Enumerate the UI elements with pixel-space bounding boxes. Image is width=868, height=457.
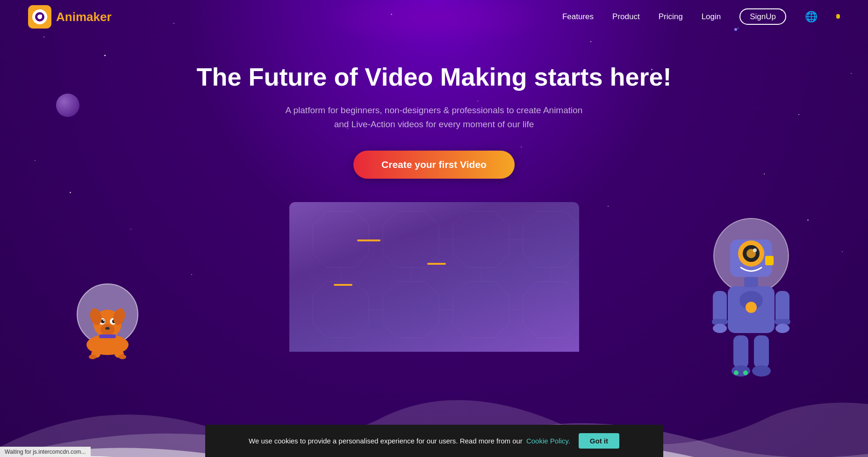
svg-point-29 [103,320,105,321]
nav-product[interactable]: Product [612,12,640,21]
svg-rect-47 [765,256,774,265]
svg-point-40 [119,355,126,359]
character-robot [704,214,798,392]
svg-marker-8 [523,211,579,268]
svg-rect-63 [744,277,758,287]
accent-line-2 [427,263,446,265]
svg-point-60 [752,365,771,377]
video-preview [289,202,579,352]
svg-point-33 [105,327,110,330]
svg-marker-7 [453,211,509,268]
svg-marker-11 [453,282,509,338]
svg-point-56 [775,324,789,333]
svg-rect-52 [775,291,789,324]
svg-point-62 [743,370,748,375]
svg-point-46 [753,248,757,252]
globe-icon[interactable]: 🌐 [805,11,818,22]
navbar: Animaker Features Product Pricing Login … [0,0,868,34]
nav-links: Features Product Pricing Login SignUp 🌐 [562,11,840,23]
hero-subtitle: A platform for beginners, non-designers … [0,103,868,132]
video-preview-container [289,202,579,352]
svg-point-4 [40,15,42,16]
nav-signup[interactable]: SignUp [739,8,786,25]
nav-pricing[interactable]: Pricing [659,12,683,21]
svg-marker-6 [383,211,439,268]
grid-overlay [289,202,579,352]
logo-icon [28,5,51,29]
svg-point-55 [713,324,727,333]
svg-rect-36 [99,334,116,338]
cta-button[interactable]: Create your first Video [353,151,515,179]
character-dog [70,279,145,363]
hero-title: The Future of Video Making starts here! [0,62,868,92]
accent-line-3 [334,284,352,286]
svg-marker-10 [383,282,439,338]
logo[interactable]: Animaker [28,5,112,29]
cookie-accept-button[interactable]: Got it [579,433,619,449]
svg-point-50 [746,302,757,313]
svg-marker-12 [523,282,579,338]
status-bar: Waiting for js.intercomcdn.com... [0,447,91,457]
nav-features[interactable]: Features [562,12,594,21]
cookie-policy-link[interactable]: Cookie Policy. [526,437,570,445]
svg-point-59 [732,365,750,377]
svg-point-39 [89,355,96,359]
nav-accent-dot [836,15,840,19]
cookie-message: We use cookies to provide a personalised… [249,437,523,445]
svg-point-61 [734,370,739,375]
svg-marker-9 [313,282,369,338]
cookie-banner: We use cookies to provide a personalised… [205,425,663,457]
dog-svg [70,279,145,363]
svg-rect-58 [754,335,769,368]
logo-text: Animaker [56,10,112,24]
svg-rect-57 [733,335,748,368]
robot-svg [704,214,798,392]
nav-login[interactable]: Login [702,12,721,21]
svg-rect-51 [713,291,727,324]
accent-line-1 [357,239,380,241]
